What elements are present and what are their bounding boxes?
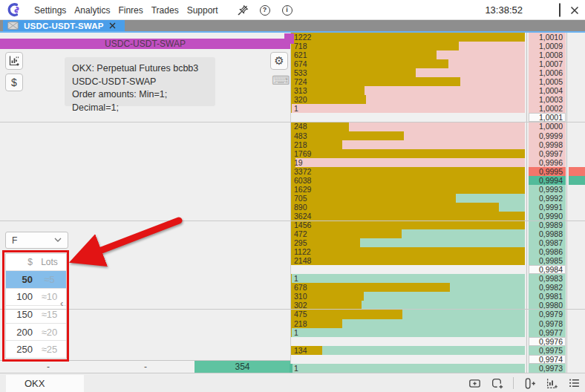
book-row[interactable]: 11220,9986: [291, 247, 585, 256]
book-row[interactable]: 14560,9989: [291, 220, 585, 229]
dollar-mode-button[interactable]: $: [5, 74, 23, 91]
mode-dropdown[interactable]: F: [5, 232, 68, 249]
quantity-table: $ Lots 50≈5100≈10150≈15200≈20250≈25: [5, 253, 67, 359]
book-row[interactable]: 17690,9997: [291, 149, 585, 158]
add-chart-button[interactable]: [5, 52, 23, 70]
price-label: 0,9990: [529, 212, 566, 220]
volume-bar: [291, 310, 402, 318]
add-window-icon[interactable]: [468, 377, 481, 390]
book-row[interactable]: 6211,0008: [291, 50, 585, 59]
book-row-volume-zone: 19: [291, 158, 525, 167]
book-row[interactable]: 4750,9979: [291, 310, 585, 318]
book-row[interactable]: 10,9983: [291, 274, 585, 283]
book-row[interactable]: 0,9976: [291, 337, 585, 346]
book-row[interactable]: 4830,9999: [291, 131, 585, 140]
book-row[interactable]: 12221,0010: [291, 33, 585, 42]
help-icon[interactable]: ?: [258, 4, 271, 16]
volume-label: 1456: [294, 220, 311, 229]
book-row[interactable]: 11,0002: [291, 104, 585, 113]
book-row[interactable]: 3201,0003: [291, 95, 585, 104]
price-label: 0,9984: [529, 265, 566, 274]
qty-lots-value: ≈20: [33, 327, 66, 338]
book-row-volume-zone: 705: [291, 194, 525, 203]
book-row[interactable]: 2481,0000: [291, 122, 585, 131]
info-line-symbol: USDC-USDT-SWAP: [72, 76, 208, 89]
collapse-panel-handle[interactable]: ‹: [60, 298, 63, 308]
book-row[interactable]: 0,9974: [291, 355, 585, 364]
price-label: 0,9974: [529, 355, 566, 364]
unpin-icon[interactable]: [236, 4, 249, 16]
book-row[interactable]: 16290,9993: [291, 185, 585, 194]
menu-item-support[interactable]: Support: [187, 5, 218, 16]
volume-label: 718: [294, 42, 307, 50]
info-icon[interactable]: i: [281, 4, 293, 16]
book-row[interactable]: 2180,9998: [291, 140, 585, 149]
volume-label: 320: [294, 95, 307, 104]
volume-bar: [291, 149, 525, 158]
book-row[interactable]: 33720,9995: [291, 167, 585, 176]
price-label: 0,9985: [529, 256, 566, 265]
book-row-volume-zone: 678: [291, 283, 525, 292]
book-row[interactable]: 2950,9987: [291, 238, 585, 247]
add-instrument-icon[interactable]: [523, 377, 536, 390]
add-tab-icon[interactable]: [491, 377, 503, 390]
book-row[interactable]: 4720,9988: [291, 229, 585, 238]
book-row[interactable]: 21480,9985: [291, 256, 585, 265]
instrument-header[interactable]: USDC-USDT-SWAP: [0, 39, 290, 49]
book-row-volume-zone: 6038: [291, 176, 525, 185]
menu-item-finres[interactable]: Finres: [118, 5, 143, 16]
qty-row[interactable]: 100≈10: [6, 288, 66, 306]
book-row-volume-zone: [291, 337, 525, 346]
help-glyph: ?: [260, 5, 270, 16]
book-row[interactable]: 10,9977: [291, 328, 585, 337]
qty-row[interactable]: 200≈20: [6, 323, 66, 341]
settings-button[interactable]: ⚙: [270, 52, 288, 70]
book-row[interactable]: 7050,9992: [291, 194, 585, 203]
book-row-volume-zone: 1222: [291, 33, 525, 42]
book-row-volume-zone: 248: [291, 122, 525, 131]
add-chart-icon[interactable]: [546, 377, 558, 390]
tab-close-icon[interactable]: [109, 22, 116, 29]
price-label: 0,9988: [529, 229, 566, 238]
menu-item-settings[interactable]: Settings: [34, 5, 66, 16]
total-cell: -: [97, 361, 195, 373]
book-row[interactable]: 190,9996: [291, 158, 585, 167]
qty-row[interactable]: 50≈5: [6, 270, 66, 288]
keyboard-icon: ⌨: [272, 74, 290, 87]
volume-label: 705: [294, 194, 307, 203]
price-label: 0,9999: [529, 131, 566, 140]
menu-item-trades[interactable]: Trades: [151, 5, 179, 16]
book-row-volume-zone: [291, 113, 525, 122]
book-row[interactable]: 1340,9975: [291, 346, 585, 355]
qty-row[interactable]: 250≈25: [6, 340, 66, 358]
book-row[interactable]: 5331,0006: [291, 68, 585, 77]
volume-label: 1: [294, 328, 298, 337]
qty-row[interactable]: 150≈15: [6, 305, 66, 323]
book-row[interactable]: 3100,9981: [291, 292, 585, 301]
book-row[interactable]: 6741,0007: [291, 59, 585, 68]
maximize-button[interactable]: [559, 4, 561, 17]
book-row[interactable]: 7181,0009: [291, 42, 585, 50]
tab-usdc-usdt-swap[interactable]: USDC-USDT-SWAP: [3, 20, 125, 31]
price-label: 0,9979: [529, 310, 566, 318]
book-row[interactable]: 1,0001: [291, 113, 585, 122]
book-row[interactable]: 7241,0005: [291, 77, 585, 86]
volume-label: 1769: [294, 149, 311, 158]
book-row[interactable]: 8900,9991: [291, 203, 585, 212]
book-row-volume-zone: 320: [291, 95, 525, 104]
order-book-rows: 12221,00107181,00096211,00086741,0007533…: [291, 33, 585, 373]
book-row[interactable]: 10,9973: [291, 364, 585, 373]
book-row[interactable]: 36240,9990: [291, 212, 585, 220]
book-row[interactable]: 0,9984: [291, 265, 585, 274]
volume-label: 890: [294, 203, 307, 212]
account-tab[interactable]: OKX: [6, 375, 84, 392]
menu-item-analytics[interactable]: Analytics: [74, 5, 110, 16]
volume-label: 313: [294, 86, 307, 95]
book-row[interactable]: 3131,0004: [291, 86, 585, 95]
quotes-list-icon[interactable]: [568, 377, 581, 390]
book-row[interactable]: 60380,9994: [291, 176, 585, 185]
close-button[interactable]: [570, 6, 579, 15]
usd-column-header: $: [6, 257, 33, 267]
book-row[interactable]: 6780,9982: [291, 283, 585, 292]
book-row[interactable]: 2180,9978: [291, 319, 585, 328]
